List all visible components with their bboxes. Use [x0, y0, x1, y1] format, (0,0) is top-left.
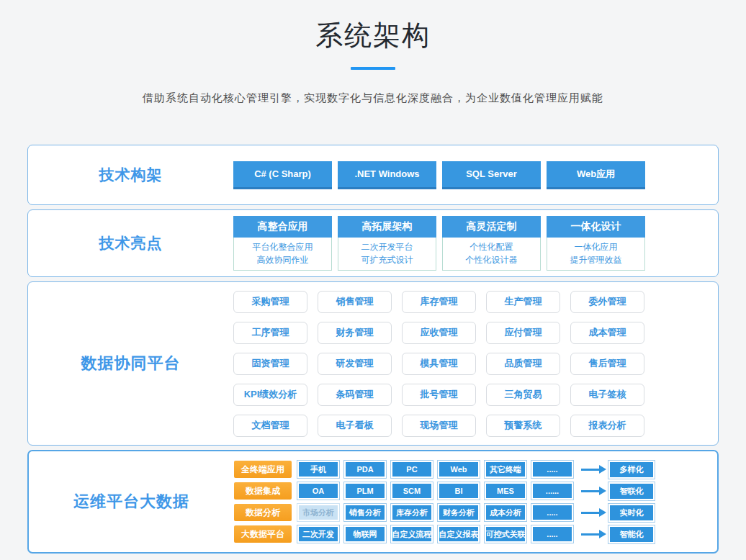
- highlight-card-title: 高整合应用: [233, 216, 332, 238]
- category-tag[interactable]: 数据分析: [234, 504, 292, 521]
- module-button[interactable]: 库存管理: [402, 291, 476, 313]
- module-grid: 采购管理销售管理库存管理生产管理委外管理工序管理财务管理应收管理应付管理成本管理…: [233, 291, 718, 437]
- highlight-card: 高拓展架构 二次开发平台 可扩充式设计: [338, 216, 436, 271]
- bigdata-item-button[interactable]: 自定义报表: [438, 525, 480, 543]
- module-button[interactable]: 文档管理: [233, 415, 307, 437]
- bigdata-item-button[interactable]: 手机: [297, 461, 339, 478]
- module-button[interactable]: 批号管理: [402, 384, 476, 406]
- title-underline: [351, 67, 395, 70]
- highlight-card-body: 个性化配置 个性化设计器: [442, 238, 541, 271]
- bigdata-item-button[interactable]: 其它终端: [485, 461, 526, 478]
- result-button[interactable]: 多样化: [608, 461, 655, 479]
- section-highlights: 技术亮点 高整合应用 平台化整合应用 高效协同作业 高拓展架构 二次开发平台 可…: [27, 209, 719, 277]
- highlight-card: 高整合应用 平台化整合应用 高效协同作业: [233, 216, 332, 271]
- section-label-platform: 数据协同平台: [28, 353, 233, 374]
- module-button[interactable]: 应付管理: [486, 322, 560, 344]
- result-button[interactable]: 实时化: [608, 504, 655, 522]
- module-button[interactable]: 现场管理: [402, 415, 476, 437]
- module-button[interactable]: 研发管理: [318, 353, 392, 375]
- bigdata-item-button[interactable]: SCM: [391, 482, 433, 500]
- module-button[interactable]: 电子签核: [570, 384, 644, 406]
- bigdata-item-button[interactable]: MES: [485, 482, 526, 500]
- tech-stack-button[interactable]: .NET Windows: [338, 161, 436, 189]
- bigdata-item-button[interactable]: 物联网: [344, 525, 386, 543]
- right-arrow-icon: [581, 469, 600, 471]
- tech-stack-button[interactable]: C# (C Sharp): [233, 161, 332, 189]
- highlight-card-line1: 一体化应用: [547, 240, 644, 253]
- highlight-card-title: 一体化设计: [547, 216, 645, 238]
- module-button[interactable]: 生产管理: [486, 291, 560, 313]
- highlight-card-line2: 可扩充式设计: [338, 253, 436, 266]
- bigdata-item-button[interactable]: PLM: [344, 482, 386, 500]
- module-button[interactable]: 模具管理: [402, 353, 476, 375]
- highlight-card-body: 二次开发平台 可扩充式设计: [338, 238, 436, 271]
- highlight-card-line2: 高效协同作业: [234, 253, 331, 266]
- module-button[interactable]: KPI绩效分析: [233, 384, 307, 406]
- category-tag[interactable]: 数据集成: [234, 482, 292, 500]
- bigdata-item-button[interactable]: 市场分析: [297, 504, 339, 521]
- bigdata-item-button[interactable]: PDA: [344, 461, 386, 478]
- module-button[interactable]: 三角贸易: [486, 384, 560, 406]
- right-arrow-icon: [581, 512, 600, 514]
- page-subtitle: 借助系统自动化核心管理引擎，实现数字化与信息化深度融合，为企业数值化管理应用赋能: [0, 91, 746, 105]
- section-label-bigdata: 运维平台大数据: [29, 491, 234, 512]
- bigdata-item-button[interactable]: 自定义流程: [391, 525, 433, 543]
- bigdata-item-button[interactable]: Web: [438, 461, 480, 478]
- tech-stack-button[interactable]: SQL Server: [442, 161, 541, 189]
- right-arrow-icon: [581, 490, 600, 492]
- module-button[interactable]: 售后管理: [570, 353, 644, 375]
- module-button[interactable]: 报表分析: [570, 415, 644, 437]
- highlight-card-body: 一体化应用 提升管理效益: [547, 238, 645, 271]
- category-tag[interactable]: 大数据平台: [234, 525, 292, 543]
- highlight-card-line2: 提升管理效益: [547, 253, 644, 266]
- module-button[interactable]: 财务管理: [318, 322, 392, 344]
- bigdata-item-button[interactable]: .....: [531, 461, 573, 478]
- highlight-card-line1: 个性化配置: [443, 240, 540, 253]
- bigdata-row-analysis: 数据分析 市场分析销售分析库存分析财务分析成本分析..... 实时化: [234, 504, 717, 522]
- tech-stack-button[interactable]: Web应用: [547, 161, 645, 189]
- module-button[interactable]: 工序管理: [233, 322, 307, 344]
- section-bigdata: 运维平台大数据 全终端应用 手机PDAPCWeb其它终端..... 多样化 数据…: [27, 450, 719, 554]
- highlight-card-title: 高灵活定制: [442, 216, 541, 238]
- bigdata-row-platform: 大数据平台 二次开发物联网自定义流程自定义报表可控式关联..... 智能化: [234, 525, 717, 543]
- bigdata-item-button[interactable]: .....: [531, 525, 573, 543]
- highlight-card: 高灵活定制 个性化配置 个性化设计器: [442, 216, 541, 271]
- bigdata-item-button[interactable]: 成本分析: [485, 504, 526, 521]
- bigdata-item-button[interactable]: ......: [531, 482, 573, 500]
- highlight-card-line2: 个性化设计器: [443, 253, 540, 266]
- bigdata-item-button[interactable]: 财务分析: [438, 504, 480, 521]
- highlight-card-title: 高拓展架构: [338, 216, 436, 238]
- module-button[interactable]: 电子看板: [318, 415, 392, 437]
- module-button[interactable]: 委外管理: [570, 291, 644, 313]
- bigdata-rows: 全终端应用 手机PDAPCWeb其它终端..... 多样化 数据集成 OAPLM…: [234, 461, 717, 543]
- bigdata-row-terminals: 全终端应用 手机PDAPCWeb其它终端..... 多样化: [234, 461, 717, 479]
- bigdata-item-button[interactable]: 库存分析: [391, 504, 433, 521]
- section-label-highlights: 技术亮点: [28, 233, 233, 253]
- right-arrow-icon: [581, 533, 600, 536]
- module-button[interactable]: 成本管理: [570, 322, 644, 344]
- bigdata-item-button[interactable]: PC: [391, 461, 433, 478]
- module-button[interactable]: 固资管理: [233, 353, 307, 375]
- section-label-tech-stack: 技术构架: [28, 165, 233, 185]
- section-tech-stack: 技术构架 C# (C Sharp).NET WindowsSQL ServerW…: [27, 145, 719, 205]
- bigdata-item-button[interactable]: 二次开发: [297, 525, 339, 543]
- bigdata-row-integration: 数据集成 OAPLMSCMBIMES...... 智联化: [234, 482, 717, 500]
- module-button[interactable]: 品质管理: [486, 353, 560, 375]
- module-button[interactable]: 采购管理: [233, 291, 307, 313]
- bigdata-item-button[interactable]: OA: [297, 482, 339, 500]
- module-button[interactable]: 预警系统: [486, 415, 560, 437]
- page-title: 系统架构: [0, 0, 746, 54]
- category-tag[interactable]: 全终端应用: [234, 461, 292, 478]
- system-architecture-page: 系统架构 借助系统自动化核心管理引擎，实现数字化与信息化深度融合，为企业数值化管…: [0, 0, 746, 560]
- module-button[interactable]: 应收管理: [402, 322, 476, 344]
- result-button[interactable]: 智能化: [608, 525, 655, 543]
- highlight-card-line1: 平台化整合应用: [234, 240, 331, 253]
- module-button[interactable]: 条码管理: [318, 384, 392, 406]
- bigdata-item-button[interactable]: .....: [531, 504, 573, 521]
- module-button[interactable]: 销售管理: [318, 291, 392, 313]
- highlight-card-line1: 二次开发平台: [338, 240, 436, 253]
- bigdata-item-button[interactable]: 可控式关联: [485, 525, 526, 543]
- bigdata-item-button[interactable]: BI: [438, 482, 480, 500]
- result-button[interactable]: 智联化: [608, 482, 655, 500]
- bigdata-item-button[interactable]: 销售分析: [344, 504, 386, 521]
